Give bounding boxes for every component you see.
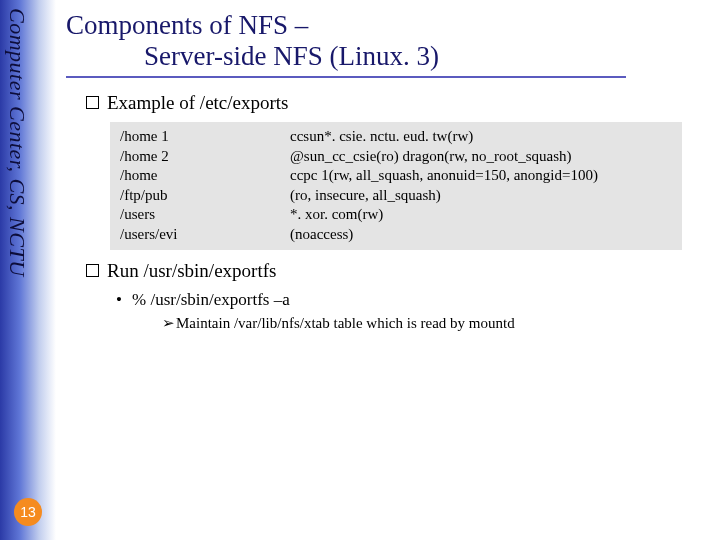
- exports-row: /ftp/pub (ro, insecure, all_squash): [120, 186, 672, 206]
- export-path: /home: [120, 166, 290, 186]
- title-line-2: Server-side NFS (Linux. 3): [66, 41, 708, 72]
- sub-bullet-text: % /usr/sbin/exportfs –a: [132, 290, 290, 309]
- square-bullet-icon: [86, 96, 99, 109]
- exports-row: /home 1 ccsun*. csie. nctu. eud. tw(rw): [120, 127, 672, 147]
- export-path: /users/evi: [120, 225, 290, 245]
- export-path: /users: [120, 205, 290, 225]
- export-path: /home 2: [120, 147, 290, 167]
- title-line-1: Components of NFS –: [66, 10, 708, 41]
- sub-sub-text: Maintain /var/lib/nfs/xtab table which i…: [176, 315, 515, 331]
- bullet-run-exportfs: Run /usr/sbin/exportfs: [86, 260, 708, 282]
- export-path: /ftp/pub: [120, 186, 290, 206]
- bullet-example-exports: Example of /etc/exports: [86, 92, 708, 114]
- exports-row: /users *. xor. com(rw): [120, 205, 672, 225]
- square-bullet-icon: [86, 264, 99, 277]
- bullet-text: Run /usr/sbin/exportfs: [107, 260, 276, 281]
- exports-row: /users/evi (noaccess): [120, 225, 672, 245]
- dot-bullet-icon: •: [116, 290, 132, 310]
- exports-code-block: /home 1 ccsun*. csie. nctu. eud. tw(rw) …: [110, 122, 682, 250]
- export-opts: ccpc 1(rw, all_squash, anonuid=150, anon…: [290, 166, 672, 186]
- title-underline: [66, 76, 626, 78]
- slide-title: Components of NFS – Server-side NFS (Lin…: [66, 10, 708, 72]
- export-opts: *. xor. com(rw): [290, 205, 672, 225]
- slide-content: Components of NFS – Server-side NFS (Lin…: [66, 10, 708, 332]
- export-opts: ccsun*. csie. nctu. eud. tw(rw): [290, 127, 672, 147]
- export-opts: (noaccess): [290, 225, 672, 245]
- export-opts: @sun_cc_csie(ro) dragon(rw, no_root_squa…: [290, 147, 672, 167]
- exports-row: /home 2 @sun_cc_csie(ro) dragon(rw, no_r…: [120, 147, 672, 167]
- sidebar-affiliation: Computer Center, CS, NCTU: [4, 8, 30, 277]
- bullet-text: Example of /etc/exports: [107, 92, 289, 113]
- sub-sub-bullet-note: ➢Maintain /var/lib/nfs/xtab table which …: [162, 314, 708, 332]
- exports-row: /home ccpc 1(rw, all_squash, anonuid=150…: [120, 166, 672, 186]
- page-number-badge: 13: [14, 498, 42, 526]
- arrow-bullet-icon: ➢: [162, 314, 176, 332]
- export-path: /home 1: [120, 127, 290, 147]
- sub-bullet-command: •% /usr/sbin/exportfs –a: [116, 290, 708, 310]
- export-opts: (ro, insecure, all_squash): [290, 186, 672, 206]
